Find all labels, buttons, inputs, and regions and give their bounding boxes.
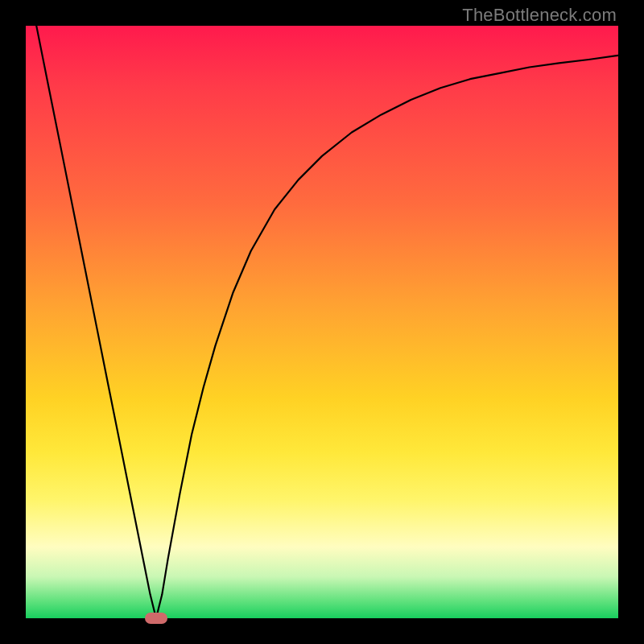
bottleneck-curve bbox=[26, 26, 618, 618]
chart-frame: TheBottleneck.com bbox=[0, 0, 644, 644]
minimum-marker bbox=[145, 613, 167, 624]
plot-area bbox=[26, 26, 618, 618]
curve-svg bbox=[26, 26, 618, 618]
watermark-text: TheBottleneck.com bbox=[462, 5, 617, 26]
